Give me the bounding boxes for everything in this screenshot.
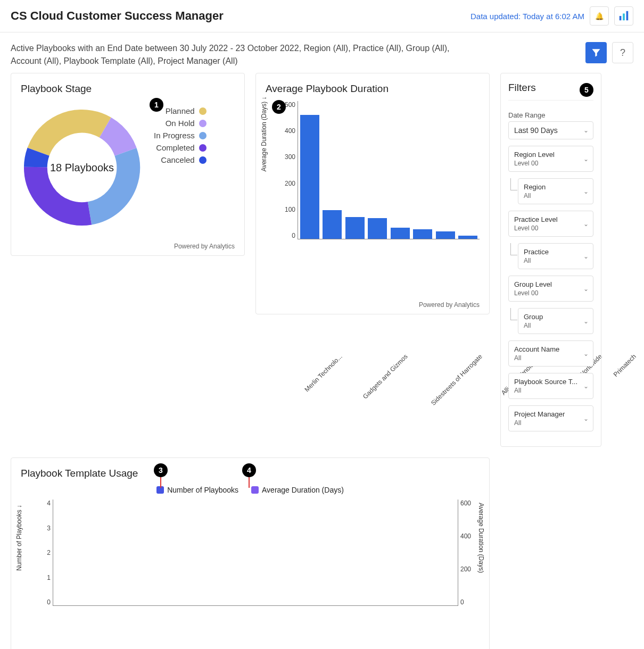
filter-select[interactable]: GroupAll⌄ bbox=[518, 308, 593, 334]
filter-value: All bbox=[514, 354, 578, 362]
filter-list: Region LevelLevel 00⌄RegionAll⌄Practice … bbox=[508, 146, 593, 431]
filter-select[interactable]: Account NameAll⌄ bbox=[508, 340, 593, 367]
legend-item-2: Average Duration (Days) bbox=[251, 486, 344, 494]
chevron-down-icon: ⌄ bbox=[583, 285, 589, 293]
legend-label: Number of Playbooks bbox=[167, 486, 238, 494]
powered-by: Powered by Analytics bbox=[21, 239, 235, 250]
filter-summary: Active Playbooks with an End Date betwee… bbox=[11, 42, 479, 68]
legend-swatch bbox=[199, 107, 207, 115]
legend-item: Canceled bbox=[154, 155, 207, 164]
header: CS Cloud Customer Success Manager Data u… bbox=[0, 0, 644, 32]
filter-select[interactable]: Project ManagerAll⌄ bbox=[508, 405, 593, 431]
callout-badge-2: 2 bbox=[272, 100, 286, 114]
filter-select[interactable]: Region LevelLevel 00⌄ bbox=[508, 146, 593, 172]
template-usage-card: Playbook Template Usage 3 4 Number of Pl… bbox=[11, 457, 490, 649]
chevron-down-icon: ⌄ bbox=[583, 350, 589, 357]
header-right: Data updated: Today at 6:02 AM 🔔 bbox=[470, 6, 633, 26]
filter-select[interactable]: Practice LevelLevel 00⌄ bbox=[508, 211, 593, 237]
legend-swatch bbox=[199, 120, 207, 127]
filter-label: Region bbox=[524, 183, 546, 191]
filter-label: Group Level bbox=[514, 280, 552, 288]
filter-select[interactable]: RegionAll⌄ bbox=[518, 178, 593, 204]
legend-item: Completed bbox=[154, 143, 207, 152]
legend-swatch bbox=[251, 486, 259, 494]
filter-label: Practice Level bbox=[514, 215, 558, 223]
date-range-label: Date Range bbox=[508, 111, 593, 119]
bar[interactable] bbox=[323, 210, 342, 239]
donut-chart[interactable]: 18 Playbooks bbox=[21, 106, 143, 229]
filter-label: Account Name bbox=[514, 345, 559, 353]
analytics-button[interactable] bbox=[614, 6, 633, 26]
filter-select[interactable]: Playbook Source T...All⌄ bbox=[508, 373, 593, 399]
legend-label: On Hold bbox=[166, 119, 195, 128]
donut-center-label: 18 Playbooks bbox=[21, 106, 143, 229]
bar[interactable] bbox=[391, 228, 410, 239]
legend-swatch bbox=[199, 132, 207, 139]
combo-chart-area[interactable]: Number of Playbooks ↓ 43210 6004002000 A… bbox=[21, 500, 480, 649]
chevron-down-icon: ⌄ bbox=[583, 253, 589, 260]
callout-line bbox=[160, 477, 161, 488]
donut-legend: PlannedOn HoldIn ProgressCompletedCancel… bbox=[154, 106, 207, 168]
chevron-down-icon: ⌄ bbox=[583, 155, 589, 163]
callout-badge-3: 3 bbox=[154, 463, 168, 477]
legend-item: In Progress bbox=[154, 131, 207, 140]
svg-rect-2 bbox=[626, 11, 629, 20]
x-axis-labels: Merlin Technolo...Gadgets and GizmosSide… bbox=[287, 349, 480, 356]
bar-chart-area[interactable]: Average Duration (Days) ↓ 50040030020010… bbox=[266, 101, 480, 298]
chevron-down-icon: ⌄ bbox=[583, 415, 589, 422]
legend-label: Completed bbox=[156, 143, 195, 152]
last-updated: Data updated: Today at 6:02 AM bbox=[470, 12, 584, 21]
chevron-down-icon: ⌄ bbox=[583, 382, 589, 390]
filter-label: Region Level bbox=[514, 151, 555, 159]
legend-swatch bbox=[199, 144, 207, 152]
svg-rect-1 bbox=[623, 13, 625, 20]
combo-legend: Number of Playbooks Average Duration (Da… bbox=[21, 486, 480, 494]
filter-value: All bbox=[514, 419, 578, 427]
y-axis-label: Average Duration (Days) ↓ bbox=[260, 65, 268, 203]
filter-select[interactable]: PracticeAll⌄ bbox=[518, 243, 593, 269]
filter-toggle-button[interactable] bbox=[585, 42, 607, 63]
legend-swatch bbox=[199, 156, 207, 164]
bar[interactable] bbox=[345, 217, 365, 239]
filter-value: Level 00 bbox=[514, 289, 578, 297]
notifications-button[interactable]: 🔔 bbox=[590, 6, 609, 26]
card-title: Average Playbook Duration bbox=[266, 83, 480, 95]
playbook-stage-card: Playbook Stage 1 18 Playbooks PlannedOn … bbox=[11, 73, 245, 256]
subheader: Active Playbooks with an End Date betwee… bbox=[0, 32, 644, 73]
legend-label: Average Duration (Days) bbox=[262, 486, 344, 494]
bar[interactable] bbox=[368, 218, 387, 239]
svg-rect-0 bbox=[620, 16, 622, 20]
bar-chart-icon bbox=[618, 10, 630, 22]
chevron-down-icon: ⌄ bbox=[583, 220, 589, 228]
filter-value: All bbox=[514, 387, 578, 394]
bar[interactable] bbox=[300, 115, 319, 239]
date-range-select[interactable]: Last 90 Days ⌄ bbox=[508, 121, 593, 139]
filter-value: All bbox=[524, 322, 578, 329]
filters-panel: 5 Filters Date Range Last 90 Days ⌄ Regi… bbox=[500, 73, 601, 447]
help-button[interactable]: ? bbox=[612, 42, 633, 63]
y-axis-left-ticks: 43210 bbox=[31, 500, 53, 606]
filter-label: Group bbox=[524, 313, 543, 321]
funnel-icon bbox=[591, 47, 601, 58]
bar[interactable] bbox=[458, 236, 477, 239]
filter-label: Playbook Source T... bbox=[514, 378, 577, 386]
legend-item: On Hold bbox=[154, 119, 207, 128]
legend-label: Planned bbox=[166, 106, 195, 115]
y-axis-right-label: Average Duration (Days) bbox=[477, 485, 485, 591]
x-tick-label: Merlin Technolo... bbox=[303, 349, 347, 393]
callout-badge-1: 1 bbox=[150, 98, 163, 112]
x-tick-label: Sidestreets of Harrogate bbox=[430, 349, 488, 407]
x-tick-label: Primatech bbox=[612, 349, 641, 378]
filter-select[interactable]: Group LevelLevel 00⌄ bbox=[508, 276, 593, 302]
chevron-down-icon: ⌄ bbox=[583, 188, 589, 195]
powered-by: Powered by Analytics bbox=[266, 298, 480, 309]
callout-line bbox=[249, 477, 250, 488]
bars bbox=[298, 101, 480, 239]
bar[interactable] bbox=[436, 231, 455, 239]
y-axis-right-ticks: 6004002000 bbox=[458, 500, 480, 606]
filter-value: Level 00 bbox=[514, 224, 578, 232]
chevron-down-icon: ⌄ bbox=[583, 127, 589, 134]
legend-label: In Progress bbox=[154, 131, 195, 140]
bar[interactable] bbox=[413, 229, 432, 239]
combo-bars bbox=[53, 500, 458, 606]
